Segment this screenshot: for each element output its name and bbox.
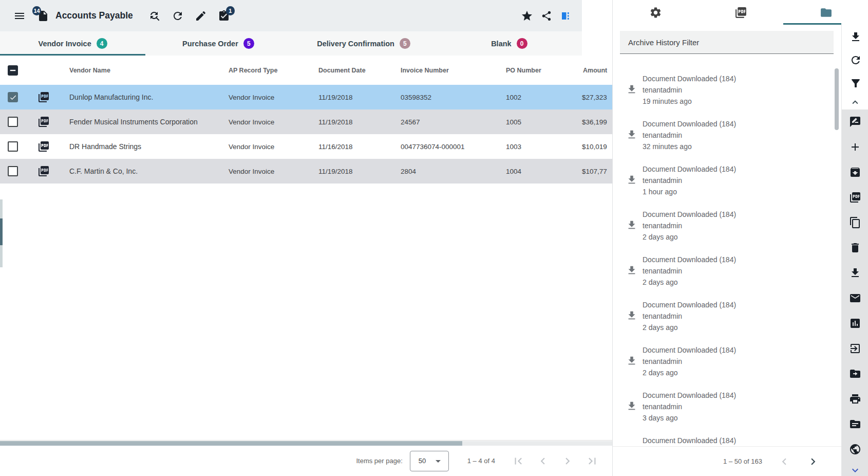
- table-row[interactable]: C.F. Martin & Co, Inc.Vendor Invoice11/1…: [0, 159, 612, 184]
- history-entry-title: Document Downloaded (184): [643, 254, 839, 265]
- add-icon[interactable]: [849, 141, 861, 153]
- panel-tab-pdf[interactable]: [698, 0, 783, 25]
- folder-icon: [820, 6, 833, 19]
- history-entry-user: tenantadmin: [643, 220, 839, 231]
- expand-down-icon[interactable]: [849, 464, 861, 476]
- history-entry[interactable]: Document Downloaded (184)tenantadmin32 m…: [613, 115, 839, 160]
- split-view-icon[interactable]: [560, 10, 573, 22]
- page-size-select[interactable]: 50: [410, 451, 449, 471]
- history-entry[interactable]: Document Downloaded (184)tenantadmin19 m…: [613, 70, 839, 115]
- archive-icon[interactable]: [849, 166, 861, 178]
- history-entry-title: Document Downloaded (184): [643, 209, 839, 220]
- column-header-invoice-number[interactable]: Invoice Number: [393, 67, 498, 74]
- tab-label: Vendor Invoice: [39, 40, 91, 48]
- horizontal-scrollbar-thumb[interactable]: [0, 441, 462, 446]
- move-to-folder-icon[interactable]: [849, 368, 861, 380]
- assessment-icon[interactable]: [849, 317, 861, 329]
- pdf-document-icon[interactable]: [37, 165, 50, 177]
- refresh-icon[interactable]: [850, 54, 862, 66]
- pdf-icon[interactable]: [849, 191, 861, 204]
- select-all-checkbox[interactable]: [8, 65, 18, 76]
- cell-po-number: 1005: [498, 118, 575, 126]
- tab-vendor-invoice[interactable]: Vendor Invoice 4: [0, 31, 145, 56]
- exit-to-app-icon[interactable]: [849, 342, 861, 355]
- edit-icon[interactable]: [195, 10, 207, 22]
- cell-document-date: 11/19/2018: [311, 94, 393, 101]
- refresh-icon[interactable]: [172, 10, 184, 22]
- last-page-button[interactable]: [586, 454, 599, 468]
- history-entry-title: Document Downloaded (184): [643, 390, 839, 401]
- history-scrollbar-thumb[interactable]: [835, 68, 839, 130]
- history-entry-time: 1 hour ago: [643, 186, 839, 197]
- download-icon: [626, 355, 637, 367]
- print-icon[interactable]: [849, 393, 861, 405]
- row-checkbox[interactable]: [8, 117, 18, 127]
- pdf-icon: [734, 6, 747, 19]
- column-header-vendor-name[interactable]: Vendor Name: [62, 67, 221, 74]
- delete-icon[interactable]: [849, 242, 861, 254]
- history-entry[interactable]: Document Downloaded (184): [613, 432, 839, 446]
- left-vertical-scrollbar[interactable]: [0, 199, 3, 267]
- tab-blank[interactable]: Blank 0: [437, 31, 582, 56]
- first-page-button[interactable]: [512, 454, 525, 468]
- download-filled-icon[interactable]: [849, 267, 861, 279]
- table-row[interactable]: Dunlop Manufacturing Inc.Vendor Invoice1…: [0, 85, 612, 109]
- previous-page-button[interactable]: [536, 454, 550, 468]
- tab-delivery-confirmation[interactable]: Delivery Confirmation 5: [291, 31, 437, 56]
- download-icon: [626, 219, 637, 231]
- history-entry-user: tenantadmin: [643, 130, 839, 141]
- cell-invoice-number: 0047736074-000001: [393, 143, 498, 151]
- page-title: Accounts Payable: [55, 10, 133, 21]
- column-header-ap-record-type[interactable]: AP Record Type: [221, 67, 311, 74]
- history-entry[interactable]: Document Downloaded (184)tenantadmin2 da…: [613, 341, 839, 387]
- history-entry[interactable]: Document Downloaded (184)tenantadmin1 ho…: [613, 160, 839, 206]
- history-entry-time: 19 minutes ago: [643, 96, 839, 107]
- history-entry[interactable]: Document Downloaded (184)tenantadmin2 da…: [613, 206, 839, 251]
- tab-purchase-order[interactable]: Purchase Order 5: [145, 31, 291, 56]
- history-previous-page-button[interactable]: [778, 455, 791, 468]
- folder-lines-icon[interactable]: [849, 418, 861, 430]
- history-paginator: 1 – 50 of 163: [613, 446, 841, 476]
- row-checkbox[interactable]: [8, 166, 18, 176]
- table-body: Dunlop Manufacturing Inc.Vendor Invoice1…: [0, 85, 612, 184]
- filter-icon[interactable]: [850, 77, 862, 89]
- table-row[interactable]: Fender Musical Instruments CorporationVe…: [0, 109, 612, 134]
- globe-icon[interactable]: [849, 443, 861, 455]
- items-per-page-label: Items per page:: [356, 457, 402, 465]
- table-row[interactable]: DR Handmade StringsVendor Invoice11/16/2…: [0, 134, 612, 159]
- panel-tab-settings[interactable]: [613, 0, 698, 25]
- rate-review-icon[interactable]: [849, 116, 861, 128]
- pdf-document-icon[interactable]: [37, 140, 50, 153]
- find-replace-icon[interactable]: [148, 10, 161, 22]
- horizontal-scrollbar[interactable]: [0, 441, 612, 446]
- left-scrollbar-thumb[interactable]: [0, 218, 3, 245]
- documents-icon[interactable]: 14: [37, 10, 49, 22]
- history-entry-title: Document Downloaded (184): [643, 299, 839, 310]
- pdf-document-icon[interactable]: [37, 116, 50, 128]
- archive-history-filter-input[interactable]: Archive History Filter: [620, 31, 834, 54]
- history-entry[interactable]: Document Downloaded (184)tenantadmin3 da…: [613, 387, 839, 432]
- row-checkbox[interactable]: [8, 141, 18, 152]
- history-entry[interactable]: Document Downloaded (184)tenantadmin2 da…: [613, 251, 839, 296]
- share-icon[interactable]: [541, 10, 552, 22]
- panel-tab-archive[interactable]: [783, 0, 868, 25]
- history-entry[interactable]: Document Downloaded (184)tenantadmin2 da…: [613, 296, 839, 341]
- menu-icon[interactable]: [13, 10, 26, 22]
- favorite-star-icon[interactable]: [521, 10, 533, 22]
- tasks-icon[interactable]: 1: [218, 10, 230, 22]
- next-page-button[interactable]: [561, 454, 574, 468]
- download-icon[interactable]: [850, 31, 862, 43]
- gear-icon: [649, 6, 662, 19]
- copy-icon[interactable]: [849, 216, 861, 229]
- history-next-page-button[interactable]: [806, 455, 820, 468]
- column-header-po-number[interactable]: PO Number: [498, 67, 575, 74]
- column-header-document-date[interactable]: Document Date: [311, 67, 393, 74]
- row-checkbox-checked[interactable]: [8, 92, 18, 102]
- cell-amount: $107,77: [575, 168, 612, 175]
- tasks-badge: 1: [226, 6, 235, 15]
- pdf-document-icon[interactable]: [37, 91, 50, 103]
- collapse-up-icon[interactable]: [850, 97, 861, 108]
- download-icon: [626, 310, 637, 321]
- column-header-amount[interactable]: Amount: [575, 67, 612, 74]
- email-icon[interactable]: [849, 292, 861, 304]
